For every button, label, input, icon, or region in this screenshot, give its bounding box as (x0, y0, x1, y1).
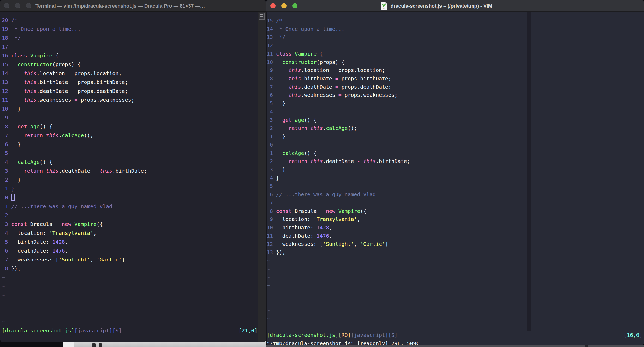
code-token: weaknesses: [ (11, 256, 58, 263)
code-token: Vampire (338, 208, 360, 214)
code-token: 15 (2, 61, 11, 68)
code-token: 4 (2, 230, 11, 236)
code-token: props.location; (335, 67, 385, 73)
code-token (335, 208, 338, 214)
code-token: [dracula-screenshot.js] (267, 332, 338, 338)
code-token: location: (11, 230, 49, 236)
code-token (276, 84, 289, 90)
code-token: 3 (267, 117, 276, 123)
code-token: age (30, 123, 40, 130)
split-pane-button[interactable] (259, 13, 265, 20)
code-token: return (24, 168, 43, 174)
code-line: 5 birthDate: 1428, (2, 237, 260, 246)
code-line: 2 return this.deathDate - this.birthDate… (267, 157, 644, 166)
code-token: this (24, 97, 37, 103)
code-token: this (289, 92, 301, 98)
code-line: 3 } (267, 166, 644, 174)
code-line: 12 weaknesses: ['Sunlight', 'Garlic'] (267, 240, 644, 248)
background-window-sliver (63, 341, 266, 347)
code-token: new (326, 208, 335, 214)
minimize-button[interactable] (281, 3, 287, 8)
terminal-titlebar[interactable]: Terminal — vim /tmp/dracula-screenshot.j… (0, 0, 266, 12)
empty-line-tilde: ~ (2, 273, 260, 282)
vim-cursor (11, 194, 15, 201)
code-token: ~ (267, 266, 270, 272)
code-line: 4 location: 'Transylvania', (2, 229, 260, 237)
code-token: ({ (360, 208, 366, 214)
code-token: get (282, 117, 292, 123)
minimize-button[interactable] (15, 3, 20, 8)
code-line: 3 get age() { (267, 116, 644, 124)
code-token: .deathDate (323, 158, 357, 164)
code-token: props.birthDate; (338, 75, 391, 82)
code-token: props.weaknesses; (342, 92, 398, 98)
macvim-titlebar[interactable]: JS dracula-screenshot.js = (/private/tmp… (266, 0, 644, 12)
code-line: 7 this.deathDate = props.deathDate; (267, 83, 644, 91)
code-token: [javascript][S] (351, 332, 397, 338)
vim-buffer-right[interactable]: 15 /*14 * Once upon a time...13 */12 11 … (266, 12, 644, 345)
code-token: - (357, 158, 360, 164)
close-button[interactable] (4, 3, 9, 8)
code-token: (); (84, 132, 93, 139)
background-text-fragment (99, 343, 102, 347)
code-token: // ...there was a guy named Vlad (276, 191, 376, 198)
code-token: , (354, 241, 360, 247)
code-token: 14 (267, 26, 276, 32)
code-token: "/tmp/dracula-screenshot.js" [readonly] … (267, 340, 419, 345)
code-token: } (276, 133, 285, 140)
code-token: const (276, 208, 292, 214)
code-token: deathDate: (276, 233, 317, 239)
vim-buffer-left[interactable]: 20 /*19 * Once upon a time...18 */17 16 … (0, 12, 260, 342)
code-token: 10 (267, 224, 276, 231)
code-token (307, 125, 310, 131)
code-line: 14 this.location = props.location; (2, 69, 260, 78)
code-token (97, 168, 100, 174)
code-token: this (46, 168, 58, 174)
code-token: calcAge (282, 150, 304, 156)
code-token: 'Garlic' (360, 241, 385, 247)
code-token: = (56, 221, 59, 227)
code-token: new (62, 221, 71, 227)
file-proxy-icon[interactable]: JS (380, 2, 388, 10)
code-token: constructor (17, 61, 52, 68)
code-token: /* (276, 17, 282, 24)
code-token: [dracula-screenshot.js] (2, 327, 74, 334)
zoom-button[interactable] (292, 3, 297, 8)
empty-line-tilde: ~ (2, 308, 260, 317)
terminal-window: Terminal — vim /tmp/dracula-screenshot.j… (0, 0, 266, 342)
code-token: .deathDate (37, 88, 71, 94)
code-line: 1 calcAge() { (267, 149, 644, 158)
code-line: 14 * Once upon a time... (267, 25, 644, 33)
code-token (11, 159, 17, 165)
scrollbar-track[interactable] (258, 12, 266, 342)
code-token: 2 (2, 177, 11, 183)
vim-ruler: [16,0] (624, 331, 642, 339)
code-token: return (289, 125, 307, 131)
code-token: 10 (267, 59, 276, 65)
code-token: 2 (267, 125, 276, 131)
code-token: 4 (267, 109, 276, 115)
code-token: 20 (2, 17, 11, 23)
empty-line-tilde: ~ (2, 291, 260, 300)
code-token: , (65, 239, 68, 245)
code-token: ] (639, 332, 642, 338)
code-token: 16 (2, 52, 11, 59)
scrollbar-channel[interactable] (527, 12, 531, 331)
code-token: , (65, 248, 68, 254)
code-token: , (329, 224, 332, 231)
code-line: 17 (2, 42, 260, 51)
code-line: 3 const Dracula = new Vampire({ (2, 220, 260, 229)
code-token: weaknesses: [ (276, 241, 323, 247)
code-token: ~ (2, 274, 5, 280)
code-token: = (338, 92, 342, 98)
code-token: 7 (2, 132, 11, 139)
code-line: 16 class Vampire { (2, 51, 260, 60)
code-token: 8 (267, 75, 276, 82)
zoom-button[interactable] (26, 3, 31, 8)
code-token: 12 (2, 88, 11, 94)
close-button[interactable] (270, 3, 276, 8)
code-token: constructor (282, 59, 317, 65)
code-token: props.deathDate; (74, 88, 128, 94)
code-token (276, 150, 282, 156)
code-token: 1428 (52, 239, 65, 245)
